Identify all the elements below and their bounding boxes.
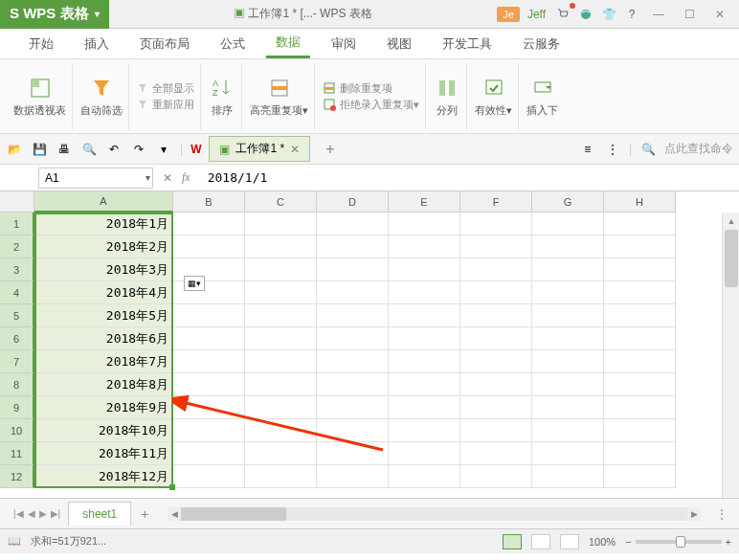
chevron-down-icon[interactable]: ▾ <box>146 172 150 183</box>
cell[interactable] <box>245 465 317 488</box>
cell[interactable]: 2018年11月 <box>34 442 173 465</box>
cell[interactable] <box>460 442 532 465</box>
undo-icon[interactable]: ↶ <box>105 141 123 158</box>
globe-icon[interactable] <box>576 5 595 24</box>
cell[interactable] <box>460 465 532 488</box>
row-header[interactable]: 5 <box>0 304 34 327</box>
cell[interactable] <box>173 442 245 465</box>
cell[interactable] <box>532 419 604 442</box>
col-header-H[interactable]: H <box>604 191 676 213</box>
ribbon-validity[interactable]: 有效性▾ <box>469 63 519 130</box>
select-all-corner[interactable] <box>0 191 34 213</box>
cell[interactable] <box>460 396 532 419</box>
cell[interactable] <box>173 373 245 396</box>
cell[interactable] <box>532 373 604 396</box>
redo-icon[interactable]: ↷ <box>130 141 147 158</box>
menu-formula[interactable]: 公式 <box>211 30 255 58</box>
search-icon[interactable]: 🔍 <box>639 141 657 158</box>
cell[interactable]: 2018年12月 <box>34 465 173 488</box>
cell[interactable] <box>173 327 245 350</box>
cell[interactable] <box>389 235 460 258</box>
cell[interactable] <box>389 213 460 235</box>
book-icon[interactable]: 📖 <box>8 535 21 548</box>
close-icon[interactable]: ✕ <box>290 143 300 156</box>
cell[interactable] <box>604 350 676 373</box>
view-page-button[interactable] <box>531 534 550 549</box>
user-badge[interactable]: Je <box>497 7 520 22</box>
cell[interactable] <box>245 419 317 442</box>
cell[interactable] <box>173 465 245 488</box>
scroll-left-icon[interactable]: ◀ <box>168 509 181 519</box>
cell[interactable] <box>604 304 676 327</box>
cell[interactable] <box>317 281 389 304</box>
app-brand[interactable]: S WPS 表格 ▾ <box>0 0 109 29</box>
cell[interactable] <box>173 213 245 235</box>
cell[interactable] <box>245 213 317 235</box>
show-all-button[interactable]: 全部显示 <box>137 81 194 96</box>
cart-icon[interactable] <box>553 5 572 24</box>
cell[interactable] <box>604 258 676 281</box>
first-sheet-icon[interactable]: |◀ <box>13 508 24 519</box>
view-break-button[interactable] <box>560 534 579 549</box>
maximize-button[interactable]: ☐ <box>676 4 703 25</box>
overflow-icon[interactable]: ⋮ <box>604 141 621 158</box>
ribbon-autofilter[interactable]: 自动筛选 <box>75 63 129 130</box>
cell[interactable] <box>460 258 532 281</box>
col-header-G[interactable]: G <box>532 191 604 213</box>
menu-view[interactable]: 视图 <box>377 30 421 58</box>
cell[interactable] <box>532 350 604 373</box>
close-button[interactable]: ✕ <box>706 4 733 25</box>
add-sheet-button[interactable]: + <box>131 506 158 522</box>
autofill-options-button[interactable]: ▦▾ <box>184 276 205 291</box>
cell[interactable] <box>460 213 532 235</box>
user-name[interactable]: Jeff <box>524 8 549 21</box>
cell[interactable] <box>460 373 532 396</box>
chevron-down-icon[interactable]: ▾ <box>155 141 172 158</box>
cell[interactable] <box>604 442 676 465</box>
cell[interactable] <box>317 442 389 465</box>
cell[interactable] <box>389 304 460 327</box>
cell[interactable]: 2018年5月 <box>34 304 173 327</box>
fx-icon[interactable]: fx <box>182 170 190 185</box>
cell[interactable] <box>604 373 676 396</box>
row-header[interactable]: 1 <box>0 213 34 235</box>
scroll-right-icon[interactable]: ▶ <box>687 509 701 519</box>
cell[interactable]: 2018年1月 <box>34 213 173 235</box>
minimize-button[interactable]: — <box>645 4 672 25</box>
ribbon-highlight-dup[interactable]: 高亮重复项▾ <box>244 63 315 130</box>
menu-pagelayout[interactable]: 页面布局 <box>130 30 199 58</box>
cell[interactable] <box>245 235 317 258</box>
cell[interactable]: 2018年10月 <box>34 419 173 442</box>
col-header-E[interactable]: E <box>389 191 460 213</box>
sheet-tab-active[interactable]: sheet1 <box>68 502 131 526</box>
name-box[interactable]: A1 ▾ <box>38 168 153 189</box>
view-normal-button[interactable] <box>503 534 522 549</box>
col-header-D[interactable]: D <box>317 191 389 213</box>
cell[interactable] <box>532 304 604 327</box>
search-command-hint[interactable]: 点此查找命令 <box>664 141 733 157</box>
wps-logo-icon[interactable]: W <box>190 143 201 156</box>
cell[interactable] <box>389 281 460 304</box>
cell[interactable] <box>532 235 604 258</box>
menu-start[interactable]: 开始 <box>19 30 63 58</box>
cell[interactable] <box>532 281 604 304</box>
cell[interactable] <box>317 350 389 373</box>
reapply-button[interactable]: 重新应用 <box>137 98 194 112</box>
vertical-scrollbar[interactable]: ▲ <box>722 213 739 498</box>
menu-devtools[interactable]: 开发工具 <box>433 30 502 58</box>
horizontal-scrollbar[interactable]: ◀ ▶ <box>168 507 701 521</box>
cell[interactable] <box>460 235 532 258</box>
cell[interactable] <box>460 281 532 304</box>
preview-icon[interactable]: 🔍 <box>80 141 98 158</box>
cell[interactable] <box>604 396 676 419</box>
reject-dup-button[interactable]: 拒绝录入重复项▾ <box>323 98 419 112</box>
cell[interactable] <box>532 258 604 281</box>
open-icon[interactable]: 📂 <box>6 141 23 158</box>
ribbon-pivot[interactable]: 数据透视表 <box>8 63 73 130</box>
cell[interactable] <box>389 258 460 281</box>
row-header[interactable]: 3 <box>0 258 34 281</box>
menu-insert[interactable]: 插入 <box>75 30 119 58</box>
row-header[interactable]: 4 <box>0 281 34 304</box>
cell[interactable]: 2018年7月 <box>34 350 173 373</box>
menu-data[interactable]: 数据 <box>266 28 310 58</box>
